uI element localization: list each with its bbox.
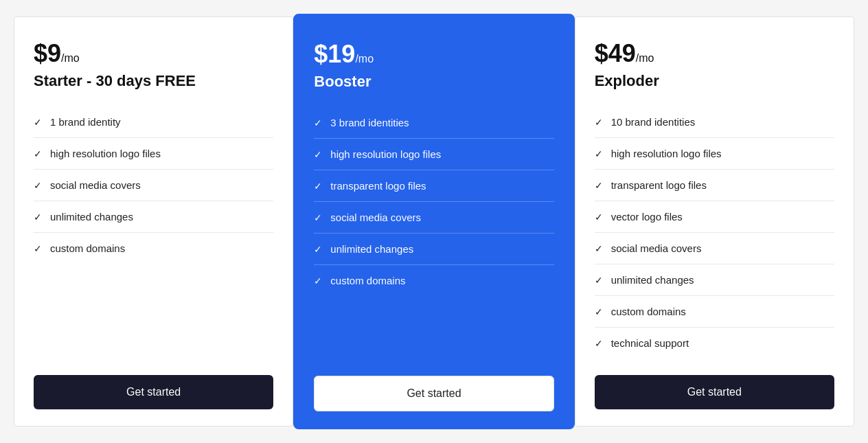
feature-text: 3 brand identities — [330, 117, 409, 128]
check-icon: ✓ — [314, 275, 322, 286]
feature-item: ✓unlimited changes — [595, 264, 834, 296]
price-period: /mo — [355, 53, 374, 65]
check-icon: ✓ — [595, 117, 603, 128]
feature-item: ✓transparent logo files — [595, 170, 834, 201]
price-row: $9/mo — [34, 39, 273, 68]
get-started-button-booster[interactable]: Get started — [314, 376, 553, 411]
feature-item: ✓social media covers — [314, 202, 553, 234]
feature-text: custom domains — [611, 306, 686, 317]
feature-text: vector logo files — [611, 211, 683, 223]
feature-text: high resolution logo files — [330, 148, 441, 160]
check-icon: ✓ — [595, 212, 603, 223]
feature-item: ✓technical support — [595, 328, 834, 359]
features-list: ✓3 brand identities✓high resolution logo… — [314, 107, 553, 359]
check-icon: ✓ — [595, 306, 603, 317]
check-icon: ✓ — [314, 149, 322, 160]
check-icon: ✓ — [314, 244, 322, 255]
check-icon: ✓ — [595, 338, 603, 349]
feature-item: ✓high resolution logo files — [595, 138, 834, 170]
feature-item: ✓unlimited changes — [314, 234, 553, 265]
feature-item: ✓10 brand identities — [595, 106, 834, 138]
price-amount: $9 — [34, 39, 61, 68]
feature-text: transparent logo files — [330, 180, 426, 192]
cta-wrapper: Get started — [314, 376, 553, 428]
check-icon: ✓ — [314, 117, 322, 128]
feature-text: 10 brand identities — [611, 116, 696, 128]
get-started-button-exploder[interactable]: Get started — [595, 375, 834, 409]
plan-name: Starter - 30 days FREE — [34, 72, 273, 90]
check-icon: ✓ — [314, 212, 322, 223]
feature-text: technical support — [611, 337, 689, 349]
price-amount: $49 — [595, 39, 636, 68]
feature-item: ✓high resolution logo files — [314, 139, 553, 170]
feature-text: custom domains — [330, 275, 405, 286]
feature-text: custom domains — [50, 242, 125, 254]
check-icon: ✓ — [34, 148, 42, 159]
price-period: /mo — [636, 52, 654, 65]
feature-item: ✓vector logo files — [595, 201, 834, 233]
feature-text: social media covers — [611, 242, 702, 254]
plan-name: Booster — [314, 73, 553, 91]
check-icon: ✓ — [595, 180, 603, 191]
features-list: ✓10 brand identities✓high resolution log… — [595, 106, 834, 359]
feature-item: ✓social media covers — [34, 170, 273, 201]
get-started-button-starter[interactable]: Get started — [34, 375, 273, 409]
feature-item: ✓transparent logo files — [314, 170, 553, 202]
plan-name: Exploder — [595, 72, 834, 90]
check-icon: ✓ — [595, 148, 603, 159]
cta-wrapper: Get started — [595, 375, 834, 426]
feature-text: high resolution logo files — [611, 148, 722, 159]
feature-text: high resolution logo files — [50, 148, 161, 159]
feature-text: unlimited changes — [50, 211, 133, 223]
price-amount: $19 — [314, 40, 355, 69]
feature-text: social media covers — [50, 179, 141, 191]
pricing-card-starter: $9/moStarter - 30 days FREE✓1 brand iden… — [14, 16, 293, 427]
feature-item: ✓high resolution logo files — [34, 138, 273, 170]
feature-item: ✓custom domains — [314, 265, 553, 296]
features-list: ✓1 brand identity✓high resolution logo f… — [34, 106, 273, 359]
feature-item: ✓social media covers — [595, 233, 834, 264]
feature-item: ✓1 brand identity — [34, 106, 273, 138]
feature-text: unlimited changes — [611, 274, 694, 286]
check-icon: ✓ — [34, 243, 42, 254]
cta-wrapper: Get started — [34, 375, 273, 426]
feature-item: ✓custom domains — [595, 296, 834, 328]
feature-text: 1 brand identity — [50, 116, 121, 128]
pricing-container: $9/moStarter - 30 days FREE✓1 brand iden… — [14, 16, 854, 427]
feature-item: ✓3 brand identities — [314, 107, 553, 139]
price-row: $49/mo — [595, 39, 834, 68]
check-icon: ✓ — [34, 117, 42, 128]
feature-text: unlimited changes — [330, 243, 413, 255]
pricing-card-exploder: $49/moExploder✓10 brand identities✓high … — [575, 16, 854, 427]
check-icon: ✓ — [34, 180, 42, 191]
feature-text: transparent logo files — [611, 179, 707, 191]
check-icon: ✓ — [595, 243, 603, 254]
check-icon: ✓ — [314, 181, 322, 192]
check-icon: ✓ — [34, 212, 42, 223]
price-row: $19/mo — [314, 40, 553, 69]
pricing-card-booster: $19/moBooster✓3 brand identities✓high re… — [293, 14, 574, 429]
price-period: /mo — [61, 52, 80, 65]
check-icon: ✓ — [595, 275, 603, 286]
feature-text: social media covers — [330, 212, 421, 223]
feature-item: ✓unlimited changes — [34, 201, 273, 233]
feature-item: ✓custom domains — [34, 233, 273, 264]
